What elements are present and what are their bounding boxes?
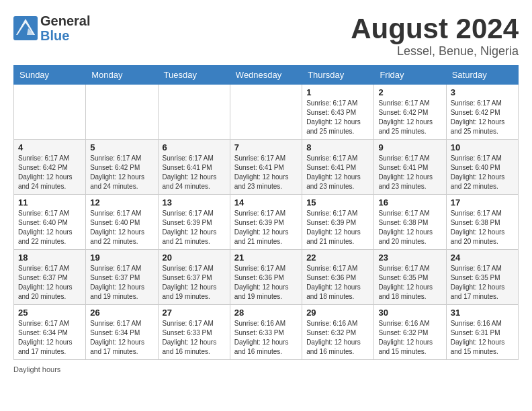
day-number: 1 <box>306 87 369 97</box>
day-info: Sunrise: 6:17 AMSunset: 6:42 PMDaylight:… <box>378 99 441 136</box>
day-info: Sunrise: 6:17 AMSunset: 6:39 PMDaylight:… <box>306 209 369 246</box>
day-info: Sunrise: 6:17 AMSunset: 6:34 PMDaylight:… <box>90 319 153 357</box>
calendar-cell: 30Sunrise: 6:16 AMSunset: 6:32 PMDayligh… <box>374 305 446 360</box>
calendar-cell: 27Sunrise: 6:17 AMSunset: 6:33 PMDayligh… <box>158 305 230 360</box>
calendar-header-cell: Monday <box>86 66 158 85</box>
calendar-cell <box>14 85 86 140</box>
day-info: Sunrise: 6:17 AMSunset: 6:34 PMDaylight:… <box>18 319 81 357</box>
logo-blue: Blue <box>40 28 69 43</box>
day-info: Sunrise: 6:17 AMSunset: 6:37 PMDaylight:… <box>163 264 226 302</box>
calendar-cell <box>158 85 230 140</box>
day-number: 6 <box>163 142 226 152</box>
day-info: Sunrise: 6:17 AMSunset: 6:37 PMDaylight:… <box>90 264 153 302</box>
logo-icon <box>13 16 38 40</box>
day-info: Sunrise: 6:17 AMSunset: 6:35 PMDaylight:… <box>378 264 441 302</box>
day-info: Sunrise: 6:16 AMSunset: 6:32 PMDaylight:… <box>378 319 441 357</box>
calendar-cell: 3Sunrise: 6:17 AMSunset: 6:42 PMDaylight… <box>446 85 518 140</box>
calendar-cell: 26Sunrise: 6:17 AMSunset: 6:34 PMDayligh… <box>86 305 158 360</box>
day-number: 21 <box>234 253 298 263</box>
calendar-week-row: 1Sunrise: 6:17 AMSunset: 6:43 PMDaylight… <box>14 85 519 140</box>
subtitle: Lessel, Benue, Nigeria <box>351 44 519 58</box>
day-number: 10 <box>451 142 514 152</box>
calendar-cell: 15Sunrise: 6:17 AMSunset: 6:39 PMDayligh… <box>302 195 374 250</box>
day-number: 2 <box>378 87 441 97</box>
calendar: SundayMondayTuesdayWednesdayThursdayFrid… <box>13 65 519 360</box>
calendar-cell: 22Sunrise: 6:17 AMSunset: 6:36 PMDayligh… <box>302 250 374 305</box>
day-number: 16 <box>378 197 441 208</box>
calendar-cell: 31Sunrise: 6:16 AMSunset: 6:31 PMDayligh… <box>446 305 518 360</box>
calendar-cell: 4Sunrise: 6:17 AMSunset: 6:42 PMDaylight… <box>14 140 86 195</box>
day-info: Sunrise: 6:16 AMSunset: 6:32 PMDaylight:… <box>306 319 369 357</box>
day-number: 29 <box>306 308 369 318</box>
day-number: 5 <box>90 142 153 152</box>
logo-general: General <box>40 13 90 28</box>
calendar-cell: 5Sunrise: 6:17 AMSunset: 6:42 PMDaylight… <box>86 140 158 195</box>
calendar-week-row: 25Sunrise: 6:17 AMSunset: 6:34 PMDayligh… <box>14 305 519 360</box>
calendar-cell: 6Sunrise: 6:17 AMSunset: 6:41 PMDaylight… <box>158 140 230 195</box>
day-number: 30 <box>378 308 441 318</box>
calendar-cell <box>230 85 302 140</box>
day-number: 26 <box>90 308 153 318</box>
calendar-header-cell: Friday <box>374 66 446 85</box>
day-number: 22 <box>306 253 369 263</box>
day-number: 11 <box>18 197 81 208</box>
day-info: Sunrise: 6:17 AMSunset: 6:41 PMDaylight:… <box>163 154 226 191</box>
day-info: Sunrise: 6:17 AMSunset: 6:41 PMDaylight:… <box>378 154 441 191</box>
day-number: 7 <box>234 142 298 152</box>
calendar-header-row: SundayMondayTuesdayWednesdayThursdayFrid… <box>14 66 519 85</box>
main-title: August 2024 <box>351 13 519 44</box>
day-info: Sunrise: 6:17 AMSunset: 6:39 PMDaylight:… <box>234 209 298 246</box>
day-info: Sunrise: 6:17 AMSunset: 6:33 PMDaylight:… <box>163 319 226 357</box>
calendar-cell: 14Sunrise: 6:17 AMSunset: 6:39 PMDayligh… <box>230 195 302 250</box>
day-info: Sunrise: 6:17 AMSunset: 6:42 PMDaylight:… <box>90 154 153 191</box>
day-info: Sunrise: 6:17 AMSunset: 6:43 PMDaylight:… <box>306 99 369 136</box>
day-info: Sunrise: 6:17 AMSunset: 6:41 PMDaylight:… <box>234 154 298 191</box>
day-number: 13 <box>163 197 226 208</box>
calendar-cell: 16Sunrise: 6:17 AMSunset: 6:38 PMDayligh… <box>374 195 446 250</box>
day-number: 31 <box>451 308 514 318</box>
day-info: Sunrise: 6:17 AMSunset: 6:41 PMDaylight:… <box>306 154 369 191</box>
calendar-header-cell: Tuesday <box>158 66 230 85</box>
day-info: Sunrise: 6:17 AMSunset: 6:37 PMDaylight:… <box>18 264 81 302</box>
day-info: Sunrise: 6:17 AMSunset: 6:42 PMDaylight:… <box>451 99 514 136</box>
day-number: 27 <box>163 308 226 318</box>
calendar-cell: 1Sunrise: 6:17 AMSunset: 6:43 PMDaylight… <box>302 85 374 140</box>
calendar-cell: 19Sunrise: 6:17 AMSunset: 6:37 PMDayligh… <box>86 250 158 305</box>
calendar-header-cell: Saturday <box>446 66 518 85</box>
day-info: Sunrise: 6:17 AMSunset: 6:40 PMDaylight:… <box>90 209 153 246</box>
day-number: 20 <box>163 253 226 263</box>
title-area: August 2024 Lessel, Benue, Nigeria <box>351 13 519 58</box>
calendar-cell: 11Sunrise: 6:17 AMSunset: 6:40 PMDayligh… <box>14 195 86 250</box>
day-number: 14 <box>234 197 298 208</box>
calendar-cell: 25Sunrise: 6:17 AMSunset: 6:34 PMDayligh… <box>14 305 86 360</box>
day-number: 9 <box>378 142 441 152</box>
day-info: Sunrise: 6:17 AMSunset: 6:38 PMDaylight:… <box>378 209 441 246</box>
calendar-cell: 2Sunrise: 6:17 AMSunset: 6:42 PMDaylight… <box>374 85 446 140</box>
day-number: 4 <box>18 142 81 152</box>
header: General Blue August 2024 Lessel, Benue, … <box>13 13 519 58</box>
calendar-cell: 13Sunrise: 6:17 AMSunset: 6:39 PMDayligh… <box>158 195 230 250</box>
day-number: 17 <box>451 197 514 208</box>
calendar-body: 1Sunrise: 6:17 AMSunset: 6:43 PMDaylight… <box>14 85 519 360</box>
footer-note: Daylight hours <box>13 365 519 373</box>
calendar-header-cell: Sunday <box>14 66 86 85</box>
day-number: 23 <box>378 253 441 263</box>
day-info: Sunrise: 6:17 AMSunset: 6:36 PMDaylight:… <box>234 264 298 302</box>
calendar-cell: 17Sunrise: 6:17 AMSunset: 6:38 PMDayligh… <box>446 195 518 250</box>
day-info: Sunrise: 6:17 AMSunset: 6:35 PMDaylight:… <box>451 264 514 302</box>
calendar-cell: 9Sunrise: 6:17 AMSunset: 6:41 PMDaylight… <box>374 140 446 195</box>
day-info: Sunrise: 6:17 AMSunset: 6:40 PMDaylight:… <box>18 209 81 246</box>
day-info: Sunrise: 6:16 AMSunset: 6:31 PMDaylight:… <box>451 319 514 357</box>
day-info: Sunrise: 6:17 AMSunset: 6:40 PMDaylight:… <box>451 154 514 191</box>
calendar-cell: 7Sunrise: 6:17 AMSunset: 6:41 PMDaylight… <box>230 140 302 195</box>
calendar-cell: 21Sunrise: 6:17 AMSunset: 6:36 PMDayligh… <box>230 250 302 305</box>
calendar-cell: 18Sunrise: 6:17 AMSunset: 6:37 PMDayligh… <box>14 250 86 305</box>
logo: General Blue <box>13 13 90 43</box>
calendar-cell <box>86 85 158 140</box>
day-info: Sunrise: 6:17 AMSunset: 6:39 PMDaylight:… <box>163 209 226 246</box>
calendar-week-row: 11Sunrise: 6:17 AMSunset: 6:40 PMDayligh… <box>14 195 519 250</box>
calendar-cell: 8Sunrise: 6:17 AMSunset: 6:41 PMDaylight… <box>302 140 374 195</box>
day-number: 12 <box>90 197 153 208</box>
calendar-header-cell: Wednesday <box>230 66 302 85</box>
day-number: 15 <box>306 197 369 208</box>
